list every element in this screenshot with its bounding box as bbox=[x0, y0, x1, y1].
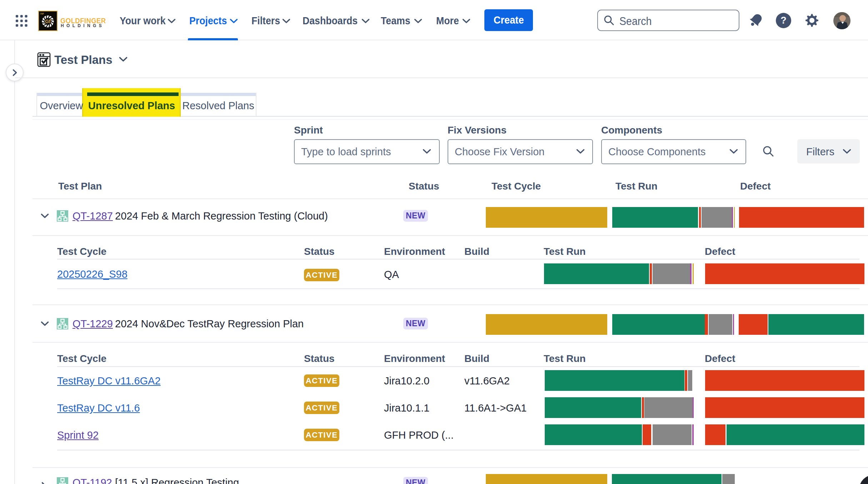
svg-text:Gf: Gf bbox=[45, 19, 51, 24]
svg-text:79F: 79F bbox=[40, 12, 44, 15]
